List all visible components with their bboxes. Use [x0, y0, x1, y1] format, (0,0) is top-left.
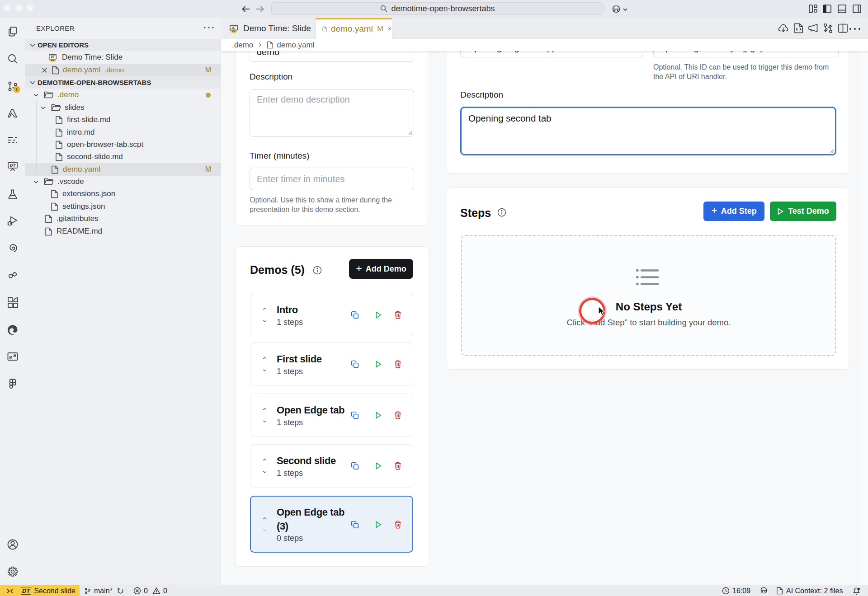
svg-text:DT: DT: [232, 26, 236, 29]
svg-text:DT: DT: [10, 163, 16, 168]
svg-text:DT: DT: [51, 55, 55, 58]
